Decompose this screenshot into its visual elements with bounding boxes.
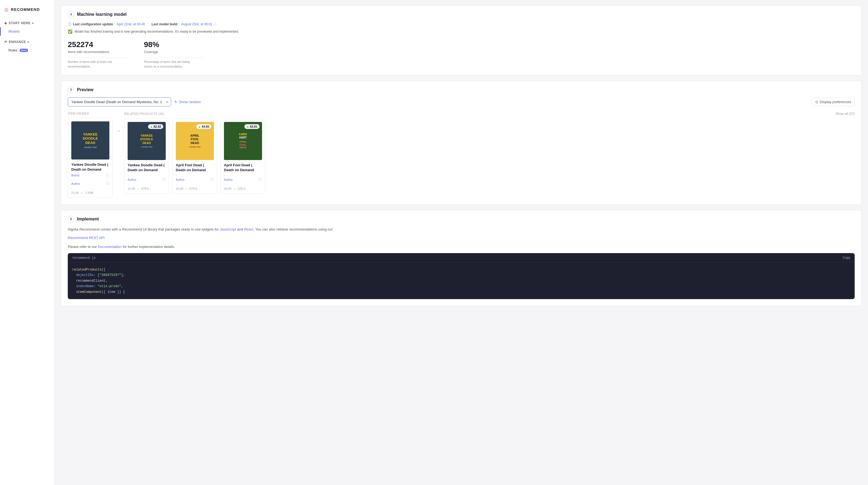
- product-card-3: ▲ 63.81 CARO HART APRILFOOLDEAD April: [220, 118, 265, 194]
- logo-text: RECOMMEND: [11, 7, 40, 12]
- section4-title: Machine learning model: [77, 12, 126, 17]
- score-badge-1: ▲ 82.82: [148, 124, 163, 129]
- section5-number: 5: [68, 87, 74, 93]
- sidebar-item-rules-label: Rules: [8, 48, 18, 52]
- search-input[interactable]: [68, 97, 171, 107]
- show-all-link[interactable]: Show all (27): [836, 112, 855, 116]
- start-here-chevron: ▾: [32, 22, 34, 25]
- stat-items-label: Items with recommendations: [68, 50, 128, 54]
- price1: 21.00: [71, 191, 79, 194]
- preview-controls: ✕ ↻ Show random ⊙ Display preferences: [68, 97, 855, 107]
- product-author-row-1: Author ⓘ: [128, 178, 165, 182]
- product-price2-2: 674.5...: [190, 187, 200, 190]
- random-icon: ↻: [175, 100, 178, 104]
- stat-coverage-label: Coverage: [144, 50, 204, 54]
- score-value-1: 82.82: [153, 125, 161, 128]
- display-preferences-button[interactable]: ⊙ Display preferences: [812, 98, 855, 106]
- show-random-button[interactable]: ↻ Show random: [175, 100, 201, 104]
- stat-coverage-value: 98%: [144, 40, 204, 49]
- score-value-2: 64.85: [202, 125, 209, 128]
- model-value: August 23rd, at 06:01: [181, 22, 212, 26]
- price2: 2.43M: [85, 191, 94, 194]
- sidebar-item-models[interactable]: Models: [0, 27, 54, 36]
- docs-link[interactable]: Documentation: [98, 245, 122, 249]
- section-preview: 5 Preview ✕ ↻ Show random ⊙ Display pref…: [61, 81, 862, 205]
- clear-button[interactable]: ✕: [166, 100, 169, 104]
- section4-header: 4 Machine learning model: [61, 6, 861, 22]
- model-label: Last model build: [152, 22, 178, 26]
- config-label: Last configuration update: [73, 22, 113, 26]
- sidebar-section-start-here: ◈ START HERE ▾ Models: [0, 19, 54, 36]
- code-content: relatedProducts({ objectIDs: ["380975297…: [68, 263, 855, 299]
- sidebar-item-rules[interactable]: Rules Beta: [0, 46, 54, 55]
- yankee-cover-main: YANKEEDOODLEDEAD carolyn hart: [71, 121, 110, 159]
- product-author-label-2[interactable]: Author: [176, 178, 185, 181]
- section5-title: Preview: [77, 87, 93, 92]
- code-tab[interactable]: recommend-js: [72, 256, 96, 260]
- item-viewed-image: YANKEEDOODLEDEAD carolyn hart: [71, 121, 110, 159]
- sidebar-item-models-label: Models: [8, 29, 20, 33]
- product-author-row-2: Author ⓘ: [176, 178, 214, 182]
- product-author-dash-2: -: [176, 182, 214, 185]
- score-badge-2: ▲ 64.85: [196, 124, 211, 129]
- section4-number: 4: [68, 11, 74, 18]
- price-dash: —: [81, 191, 84, 194]
- product-price1-2: 23.00: [176, 187, 183, 190]
- stat-coverage-desc: Percentage of items that are being shown…: [144, 60, 198, 68]
- section6-body: Algolia Recommend comes with a Recommend…: [61, 227, 861, 306]
- product-price2-1: 678.0...: [142, 187, 152, 190]
- logo-icon: ◎: [4, 6, 9, 12]
- product-author-info-2[interactable]: ⓘ: [211, 178, 214, 182]
- react-link[interactable]: React: [244, 227, 253, 231]
- docs-suffix: for further implementation details.: [123, 245, 175, 249]
- item-viewed-card: YANKEEDOODLEDEAD carolyn hart Yankee Doo…: [68, 118, 113, 198]
- implement-text: Algolia Recommend comes with a Recommend…: [68, 227, 855, 233]
- sidebar-section-header-enhance[interactable]: ⟳ ENHANCE ▾: [0, 38, 54, 46]
- product-prices-2: 23.00 — 674.5...: [176, 187, 214, 190]
- score-value-3: 63.81: [250, 125, 257, 128]
- enhance-icon: ⟳: [4, 40, 7, 44]
- section4-meta: 🕐 Last configuration update: April 22nd,…: [68, 22, 855, 26]
- rules-badge: Beta: [20, 49, 28, 52]
- item-viewed-section: Item viewed YANKEEDOODLEDEAD carolyn har…: [68, 112, 113, 198]
- product-title-2: April Fool Dead ( Death on Demand: [176, 163, 214, 173]
- related-header: Related products (30) Show all (27): [124, 112, 855, 116]
- related-label: Related products (30): [124, 112, 164, 115]
- product-card-1: ▲ 82.82 YANKEEDOODLEDEAD carolyn hart Ya…: [124, 118, 169, 194]
- item-brand-label[interactable]: Brand: [71, 174, 79, 177]
- start-here-label: START HERE: [9, 21, 31, 25]
- stats-row: 252274 Items with recommendations Number…: [68, 40, 855, 68]
- item-author-dash: -: [71, 186, 109, 189]
- rest-api-link[interactable]: Recommend REST API: [68, 236, 105, 240]
- author-info-icon[interactable]: ⓘ: [106, 182, 109, 186]
- product-author-label-1[interactable]: Author: [128, 178, 136, 181]
- section4-body: 🕐 Last configuration update: April 22nd,…: [61, 22, 861, 75]
- product-price2-3: 229.0...: [238, 187, 248, 190]
- product-author-dash-3: -: [224, 182, 262, 185]
- score-arrow-3: ▲: [247, 125, 249, 128]
- brand-info-icon[interactable]: ⓘ: [106, 173, 109, 177]
- product-author-label-3[interactable]: Author: [224, 178, 232, 181]
- copy-button[interactable]: Copy: [843, 256, 850, 260]
- sidebar-section-header-start-here[interactable]: ◈ START HERE ▾: [0, 19, 54, 27]
- product-author-info-1[interactable]: ⓘ: [162, 178, 165, 182]
- enhance-label: ENHANCE: [9, 40, 26, 44]
- item-author-label[interactable]: Author: [71, 182, 80, 185]
- product-author-info-3[interactable]: ⓘ: [259, 178, 262, 182]
- score-badge-3: ▲ 63.81: [244, 124, 259, 129]
- start-here-icon: ◈: [4, 21, 7, 25]
- related-products-grid: ▲ 82.82 YANKEEDOODLEDEAD carolyn hart Ya…: [124, 118, 855, 194]
- main-content: 4 Machine learning model 🕐 Last configur…: [55, 0, 868, 485]
- product-author-row-3: Author ⓘ: [224, 178, 262, 182]
- product-author-dash-1: -: [128, 182, 165, 185]
- item-author-row: Author ⓘ: [71, 182, 109, 186]
- javascript-link[interactable]: JavaScript: [220, 227, 237, 231]
- model-info-icon[interactable]: ⓘ: [214, 22, 217, 26]
- stat-coverage: 98% Coverage Percentage of items that ar…: [144, 40, 204, 68]
- display-prefs-icon: ⊙: [815, 100, 818, 104]
- item-viewed-title: Yankee Doodle Dead ( Death on Demand: [71, 162, 109, 172]
- config-update: 🕐 Last configuration update: April 22nd,…: [68, 22, 145, 26]
- product-dash-3: -: [224, 174, 262, 177]
- config-value: April 22nd, at 06:40: [117, 22, 145, 26]
- product-prices-1: 12.00 — 678.0...: [128, 187, 165, 190]
